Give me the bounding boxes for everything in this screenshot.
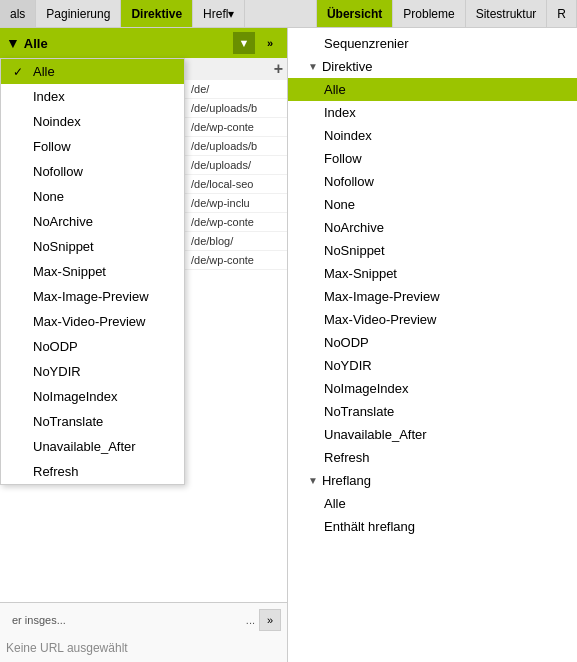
tree-item-direktive-noindex[interactable]: Noindex bbox=[288, 124, 577, 147]
dropdown-label-refresh: Refresh bbox=[33, 464, 79, 479]
url-list-area: + /de/ /de/uploads/b /de/wp-conte /de/up… bbox=[185, 58, 287, 602]
dropdown-label-maxsnippet: Max-Snippet bbox=[33, 264, 106, 279]
hreflang-enthaelt-label: Enthält hreflang bbox=[324, 519, 415, 534]
direktive-notranslate-label: NoTranslate bbox=[324, 404, 394, 419]
filter-label: Alle bbox=[24, 36, 229, 51]
dropdown-item-noydir[interactable]: NoYDIR bbox=[1, 359, 184, 384]
tree-item-direktive-noarchive[interactable]: NoArchive bbox=[288, 216, 577, 239]
direktive-noodp-label: NoODP bbox=[324, 335, 369, 350]
tab-direktive[interactable]: Direktive bbox=[121, 0, 193, 27]
dropdown-item-noarchive[interactable]: NoArchive bbox=[1, 209, 184, 234]
bottom-nav: er insges... ... » Keine URL ausgewählt bbox=[0, 602, 287, 662]
url-item-2[interactable]: /de/uploads/b bbox=[185, 99, 287, 118]
dropdown-item-noindex[interactable]: Noindex bbox=[1, 109, 184, 134]
tab-als[interactable]: als bbox=[0, 0, 36, 27]
tab-ubersicht[interactable]: Übersicht bbox=[317, 0, 393, 27]
tree-item-direktive-maximagepreview[interactable]: Max-Image-Preview bbox=[288, 285, 577, 308]
dropdown-label-noodp: NoODP bbox=[33, 339, 78, 354]
add-url-button[interactable]: + bbox=[274, 60, 283, 78]
bottom-nav-row: er insges... ... » bbox=[0, 603, 287, 633]
direktive-nosnippet-label: NoSnippet bbox=[324, 243, 385, 258]
tab-hrefl[interactable]: Hrefl▾ bbox=[193, 0, 245, 27]
dropdown-label-nosnippet: NoSnippet bbox=[33, 239, 94, 254]
dropdown-item-notranslate[interactable]: NoTranslate bbox=[1, 409, 184, 434]
direktive-noarchive-label: NoArchive bbox=[324, 220, 384, 235]
arrow-hreflang: ▼ bbox=[308, 475, 318, 486]
dropdown-item-maxvideo[interactable]: Max-Video-Preview bbox=[1, 309, 184, 334]
filter-more-button[interactable]: » bbox=[259, 32, 281, 54]
dropdown-label-maximage: Max-Image-Preview bbox=[33, 289, 149, 304]
tree-item-direktive-noodp[interactable]: NoODP bbox=[288, 331, 577, 354]
ellipsis-text: ... bbox=[246, 614, 255, 626]
url-item-6[interactable]: /de/local-seo bbox=[185, 175, 287, 194]
tree-item-direktive-noimageindex[interactable]: NoImageIndex bbox=[288, 377, 577, 400]
tree-item-direktive-follow[interactable]: Follow bbox=[288, 147, 577, 170]
filter-icon: ▼ bbox=[6, 35, 20, 51]
tree-item-direktive-section[interactable]: ▼ Direktive bbox=[288, 55, 577, 78]
tree-item-direktive-maxsnippet[interactable]: Max-Snippet bbox=[288, 262, 577, 285]
nav-right-button[interactable]: » bbox=[259, 609, 281, 631]
dropdown-item-noodp[interactable]: NoODP bbox=[1, 334, 184, 359]
tab-paginierung[interactable]: Paginierung bbox=[36, 0, 121, 27]
filter-dropdown-overlay: ✓ Alle Index Noindex Follow Nofollow bbox=[0, 58, 185, 485]
tree-item-direktive-nosnippet[interactable]: NoSnippet bbox=[288, 239, 577, 262]
tree-item-hreflang-alle[interactable]: Alle bbox=[288, 492, 577, 515]
url-item-10[interactable]: /de/wp-conte bbox=[185, 251, 287, 270]
dropdown-label-follow: Follow bbox=[33, 139, 71, 154]
tab-r[interactable]: R bbox=[547, 0, 577, 27]
url-item-5[interactable]: /de/uploads/ bbox=[185, 156, 287, 175]
left-panel: ▼ Alle ▼ » ✓ Alle Index Noindex Follow bbox=[0, 28, 288, 662]
dropdown-item-refresh[interactable]: Refresh bbox=[1, 459, 184, 484]
url-item-1[interactable]: /de/ bbox=[185, 80, 287, 99]
url-item-9[interactable]: /de/blog/ bbox=[185, 232, 287, 251]
dropdown-item-index[interactable]: Index bbox=[1, 84, 184, 109]
dropdown-item-nofollow[interactable]: Nofollow bbox=[1, 159, 184, 184]
tree-item-direktive-maxvideopreview[interactable]: Max-Video-Preview bbox=[288, 308, 577, 331]
tab-probleme[interactable]: Probleme bbox=[393, 0, 465, 27]
main-content: ▼ Alle ▼ » ✓ Alle Index Noindex Follow bbox=[0, 28, 577, 662]
right-panel: Sequenzrenier ▼ Direktive Alle Index Noi… bbox=[288, 28, 577, 662]
tree-item-hreflang-section[interactable]: ▼ Hreflang bbox=[288, 469, 577, 492]
direktive-index-label: Index bbox=[324, 105, 356, 120]
url-list-header: + bbox=[185, 58, 287, 80]
direktive-noindex-label: Noindex bbox=[324, 128, 372, 143]
direktive-maximagepreview-label: Max-Image-Preview bbox=[324, 289, 440, 304]
dropdown-label-unavailable: Unavailable_After bbox=[33, 439, 136, 454]
tree-item-direktive-notranslate[interactable]: NoTranslate bbox=[288, 400, 577, 423]
dropdown-label-noarchive: NoArchive bbox=[33, 214, 93, 229]
dropdown-label-noimageindex: NoImageIndex bbox=[33, 389, 118, 404]
tree-item-direktive-noydir[interactable]: NoYDIR bbox=[288, 354, 577, 377]
tree-item-direktive-alle[interactable]: Alle bbox=[288, 78, 577, 101]
sequenzrenier-label: Sequenzrenier bbox=[324, 36, 409, 51]
dropdown-item-nosnippet[interactable]: NoSnippet bbox=[1, 234, 184, 259]
no-url-text: Keine URL ausgewählt bbox=[6, 641, 128, 655]
tree-item-direktive-none[interactable]: None bbox=[288, 193, 577, 216]
dropdown-item-noimageindex[interactable]: NoImageIndex bbox=[1, 384, 184, 409]
url-item-7[interactable]: /de/wp-inclu bbox=[185, 194, 287, 213]
count-text: er insges... bbox=[6, 614, 246, 626]
dropdown-label-maxvideo: Max-Video-Preview bbox=[33, 314, 145, 329]
dropdown-item-none[interactable]: None bbox=[1, 184, 184, 209]
filter-bar: ▼ Alle ▼ » bbox=[0, 28, 287, 58]
dropdown-label-noindex: Noindex bbox=[33, 114, 81, 129]
direktive-maxsnippet-label: Max-Snippet bbox=[324, 266, 397, 281]
direktive-unavailable-label: Unavailable_After bbox=[324, 427, 427, 442]
url-item-4[interactable]: /de/uploads/b bbox=[185, 137, 287, 156]
filter-dropdown-button[interactable]: ▼ bbox=[233, 32, 255, 54]
tree-item-direktive-nofollow[interactable]: Nofollow bbox=[288, 170, 577, 193]
tab-sitestruktur[interactable]: Sitestruktur bbox=[466, 0, 548, 27]
dropdown-item-unavailable[interactable]: Unavailable_After bbox=[1, 434, 184, 459]
dropdown-item-follow[interactable]: Follow bbox=[1, 134, 184, 159]
dropdown-item-alle[interactable]: ✓ Alle bbox=[1, 59, 184, 84]
url-item-8[interactable]: /de/wp-conte bbox=[185, 213, 287, 232]
tree-item-sequenzrenier[interactable]: Sequenzrenier bbox=[288, 32, 577, 55]
top-tab-bar: als Paginierung Direktive Hrefl▾ Übersic… bbox=[0, 0, 577, 28]
dropdown-item-maxsnippet[interactable]: Max-Snippet bbox=[1, 259, 184, 284]
dropdown-item-maximage[interactable]: Max-Image-Preview bbox=[1, 284, 184, 309]
tree-item-direktive-index[interactable]: Index bbox=[288, 101, 577, 124]
url-item-3[interactable]: /de/wp-conte bbox=[185, 118, 287, 137]
tree-item-direktive-refresh[interactable]: Refresh bbox=[288, 446, 577, 469]
tree-item-hreflang-enthaelt[interactable]: Enthält hreflang bbox=[288, 515, 577, 538]
direktive-noimageindex-label: NoImageIndex bbox=[324, 381, 409, 396]
tree-item-direktive-unavailable[interactable]: Unavailable_After bbox=[288, 423, 577, 446]
